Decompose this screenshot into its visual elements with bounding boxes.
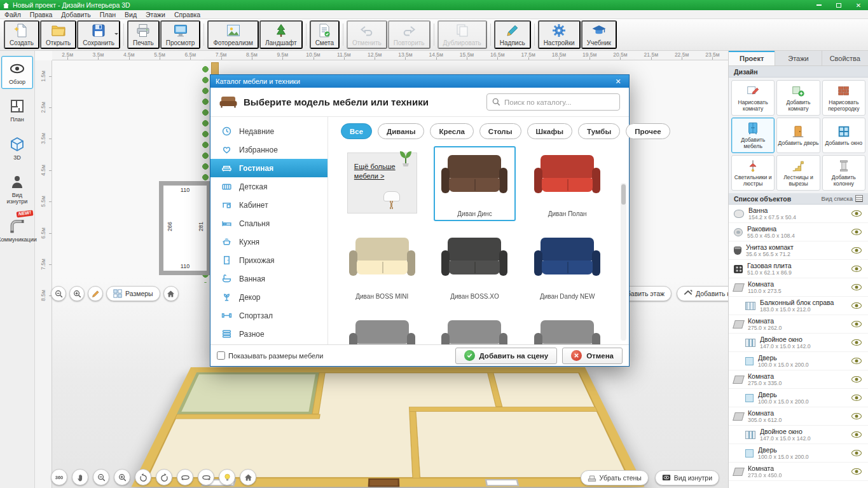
- add-to-scene-button[interactable]: Добавить на сцену: [455, 348, 558, 364]
- zoom-in-button[interactable]: [114, 469, 130, 485]
- object-list-item[interactable]: Унитаз компакт 35.6 x 56.5 x 71.2: [729, 241, 868, 260]
- inside-view-button[interactable]: Вид изнутри: [655, 470, 719, 485]
- catalog-search-box[interactable]: [486, 93, 620, 111]
- object-list-item[interactable]: Двойное окно 147.0 x 15.0 x 142.0: [729, 426, 868, 444]
- save-project-button[interactable]: Сохранить: [77, 20, 120, 49]
- menu-item[interactable]: Вид: [120, 10, 141, 19]
- visibility-toggle[interactable]: [850, 431, 863, 438]
- orbit-right-button[interactable]: [198, 469, 214, 485]
- filter-chip[interactable]: Тумбы: [578, 123, 620, 139]
- rotate-left-button[interactable]: [135, 469, 151, 485]
- visibility-toggle[interactable]: [850, 339, 863, 346]
- visibility-toggle[interactable]: [850, 229, 863, 235]
- tab-project[interactable]: Проект: [729, 51, 775, 65]
- draw-partition-button[interactable]: Нарисовать перегородку: [822, 80, 865, 116]
- show-sizes-checkbox-input[interactable]: [217, 351, 225, 360]
- scrollbar-thumb[interactable]: [621, 184, 626, 205]
- category-recent[interactable]: Недавние: [210, 122, 327, 140]
- product-tile[interactable]: Диван BOSS.XO: [434, 229, 516, 304]
- category-kids-room[interactable]: Детская: [210, 177, 327, 196]
- home-view-button[interactable]: [240, 469, 256, 485]
- new-project-button[interactable]: Создать: [4, 20, 39, 49]
- light-button[interactable]: [219, 469, 235, 485]
- filter-chip[interactable]: Кресла: [430, 123, 473, 139]
- object-list-item[interactable]: Балконный блок справа 183.0 x 15.0 x 212…: [729, 297, 868, 315]
- product-tile[interactable]: [526, 311, 609, 344]
- category-kitchen[interactable]: Кухня: [210, 233, 327, 251]
- object-list-item[interactable]: Газовая плита 51.0 x 62.1 x 86.9: [729, 260, 868, 278]
- visibility-toggle[interactable]: [850, 395, 863, 401]
- tab-properties[interactable]: Свойства: [822, 51, 868, 65]
- rotate-right-button[interactable]: [156, 469, 172, 485]
- category-living-room[interactable]: Гостиная: [210, 159, 327, 177]
- draw-room-button[interactable]: Нарисовать комнату: [731, 80, 775, 116]
- stairs-button[interactable]: Лестницы и вырезы: [776, 155, 820, 191]
- preview-button[interactable]: Просмотр: [160, 20, 201, 49]
- product-tile[interactable]: Диван Dandy NEW: [526, 229, 609, 304]
- category-favorites[interactable]: Избранное: [210, 140, 327, 159]
- add-door-button[interactable]: Добавить дверь: [776, 118, 820, 153]
- category-gym[interactable]: Спортзал: [210, 306, 327, 325]
- object-list-item[interactable]: Комната 110.0 x 273.5: [729, 278, 868, 297]
- sidebar-item-inside-view[interactable]: Вид изнутри: [1, 169, 33, 209]
- remove-walls-button[interactable]: Убрать стены: [581, 470, 649, 485]
- sizes-toggle-button[interactable]: Размеры: [106, 286, 160, 301]
- menu-item[interactable]: Файл: [0, 10, 25, 19]
- object-list-item[interactable]: Двойное окно 147.0 x 15.0 x 142.0: [729, 334, 868, 352]
- object-list-item[interactable]: Комната 273.0 x 450.0: [729, 463, 868, 481]
- undo-button[interactable]: Отменить: [347, 20, 387, 49]
- visibility-toggle[interactable]: [850, 468, 863, 475]
- home-view-button[interactable]: [163, 286, 179, 301]
- category-bathroom[interactable]: Ванная: [210, 269, 327, 288]
- visibility-toggle[interactable]: [850, 266, 863, 272]
- object-list-item[interactable]: Комната 275.0 x 262.0: [729, 315, 868, 334]
- add-window-button[interactable]: Добавить окно: [822, 118, 865, 153]
- search-input[interactable]: [504, 98, 614, 106]
- category-office[interactable]: Кабинет: [210, 196, 327, 214]
- sidebar-item-plan[interactable]: План: [1, 93, 33, 126]
- filter-chip[interactable]: Диваны: [378, 123, 424, 139]
- menu-item[interactable]: Этажи: [141, 10, 170, 19]
- product-tile[interactable]: Диван BOSS MINI: [341, 229, 424, 304]
- add-column-button[interactable]: Добавить колонну: [822, 155, 865, 191]
- print-button[interactable]: Печать: [127, 20, 160, 49]
- add-roof-button[interactable]: Добавить крышу: [677, 286, 728, 301]
- visibility-toggle[interactable]: [850, 358, 863, 364]
- visibility-toggle[interactable]: [850, 450, 863, 456]
- product-tile[interactable]: Диван Полан: [526, 146, 609, 221]
- object-list-item[interactable]: Комната 305.0 x 612.0: [729, 407, 868, 426]
- category-decor[interactable]: Декор: [210, 288, 327, 306]
- product-tile[interactable]: Диван Динс: [434, 146, 516, 221]
- orbit-left-button[interactable]: [177, 469, 193, 485]
- object-list-item[interactable]: Раковина 55.0 x 45.0 x 108.4: [729, 223, 868, 241]
- plan-room-outline[interactable]: 110 266 281 110: [159, 181, 211, 275]
- open-project-button[interactable]: Открыть: [40, 20, 76, 49]
- filter-chip[interactable]: Все: [341, 123, 372, 139]
- object-list-item[interactable]: Дверь 100.0 x 15.0 x 200.0: [729, 444, 868, 463]
- promo-tile[interactable]: Ещё больше мебели >: [341, 146, 424, 221]
- filter-chip[interactable]: Шкафы: [527, 123, 573, 139]
- object-list-item[interactable]: Комната 275.0 x 335.0: [729, 370, 868, 389]
- menu-item[interactable]: Справка: [170, 10, 205, 19]
- visibility-toggle[interactable]: [850, 413, 863, 419]
- redo-button[interactable]: Повторить: [388, 20, 431, 49]
- minimize-button[interactable]: [811, 1, 827, 10]
- lights-button[interactable]: Светильники и люстры: [731, 155, 775, 191]
- sidebar-item-3d[interactable]: 3D: [1, 132, 33, 165]
- object-list-item[interactable]: Ванна 154.2 x 67.5 x 50.4: [729, 205, 868, 223]
- category-misc[interactable]: Разное: [210, 325, 327, 343]
- sidebar-item-overview[interactable]: Обзор: [1, 56, 33, 89]
- category-hallway[interactable]: Прихожая: [210, 251, 327, 269]
- promo-link[interactable]: Ещё больше мебели >: [354, 162, 404, 181]
- visibility-toggle[interactable]: [850, 321, 863, 327]
- object-list-item[interactable]: Дверь 100.0 x 15.0 x 200.0: [729, 389, 868, 407]
- visibility-toggle[interactable]: [850, 302, 863, 309]
- rotate-360-button[interactable]: 360: [51, 469, 67, 485]
- pan-hand-button[interactable]: [72, 469, 88, 485]
- filter-chip[interactable]: Прочее: [626, 123, 670, 139]
- visibility-toggle[interactable]: [850, 284, 863, 290]
- visibility-toggle[interactable]: [850, 376, 863, 383]
- close-button[interactable]: ✕: [850, 1, 867, 10]
- sidebar-item-communications[interactable]: NEW! Коммуникации: [1, 214, 33, 247]
- filter-chip[interactable]: Столы: [479, 123, 521, 139]
